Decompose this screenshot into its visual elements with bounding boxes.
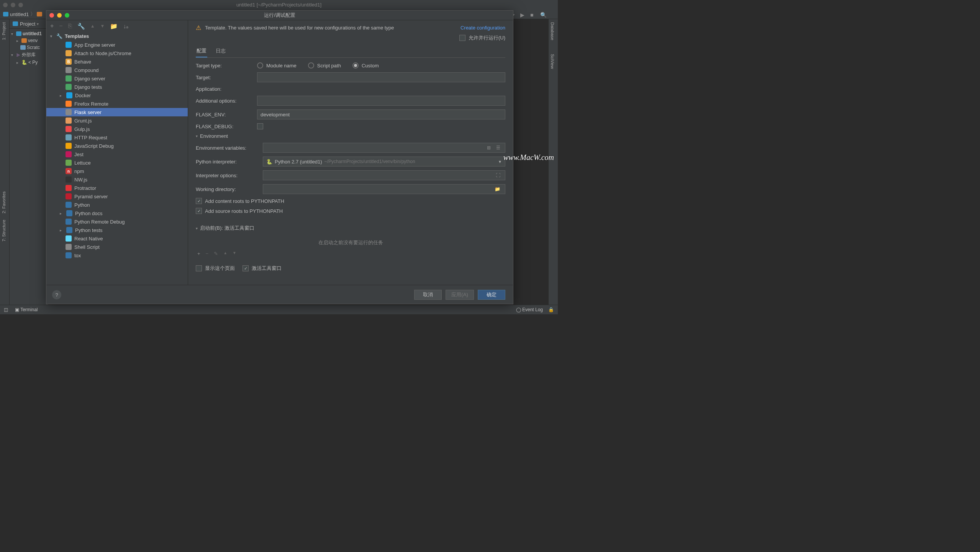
create-configuration-link[interactable]: Create configuration bbox=[461, 25, 505, 31]
radio-module-name[interactable]: Module name bbox=[257, 62, 297, 69]
show-page-checkbox[interactable] bbox=[196, 265, 202, 271]
dialog-window-controls[interactable] bbox=[49, 13, 69, 18]
template-item-behave[interactable]: BBehave bbox=[46, 57, 188, 66]
template-item-app-engine-server[interactable]: App Engine server bbox=[46, 41, 188, 49]
template-item-jest[interactable]: Jest bbox=[46, 150, 188, 158]
move-task-down-button[interactable]: ▼ bbox=[233, 251, 236, 256]
working-dir-input[interactable]: 📁 bbox=[263, 184, 505, 194]
tree-arrow-icon[interactable]: ▸ bbox=[60, 228, 64, 232]
help-button[interactable]: ? bbox=[52, 290, 61, 299]
template-item-compound[interactable]: Compound bbox=[46, 66, 188, 74]
template-item-pyramid-server[interactable]: Pyramid server bbox=[46, 192, 188, 201]
max-dot[interactable] bbox=[18, 3, 23, 7]
tree-item-venv[interactable]: ▸ venv bbox=[10, 37, 48, 44]
close-icon[interactable] bbox=[49, 13, 54, 18]
ok-button[interactable]: 确定 bbox=[478, 290, 505, 300]
template-list[interactable]: ▾ 🔧 Templates App Engine serverAttach to… bbox=[46, 32, 188, 285]
minimize-icon[interactable] bbox=[57, 13, 62, 18]
inline-browse-icon[interactable]: ⊞ bbox=[485, 145, 492, 150]
template-item-grunt-js[interactable]: Grunt.js bbox=[46, 116, 188, 125]
template-item-nw-js[interactable]: NW.js bbox=[46, 175, 188, 184]
move-task-up-button[interactable]: ▲ bbox=[223, 251, 227, 256]
tree-arrow-icon[interactable]: ▾ bbox=[11, 53, 15, 57]
template-item-http-request[interactable]: HTTP Request bbox=[46, 133, 188, 142]
tree-arrow-icon[interactable]: ▸ bbox=[60, 211, 64, 216]
template-item-python-docs[interactable]: ▸Python docs bbox=[46, 209, 188, 217]
show-tool-windows-icon[interactable]: ◫ bbox=[4, 307, 8, 312]
template-item-protractor[interactable]: Protractor bbox=[46, 184, 188, 192]
target-input[interactable] bbox=[257, 72, 505, 82]
apply-button[interactable]: 应用(A) bbox=[446, 290, 474, 300]
interpreter-options-input[interactable]: ⛶ bbox=[263, 170, 505, 180]
edit-config-button[interactable]: 🔧 bbox=[77, 23, 85, 30]
tree-arrow-icon[interactable]: ▸ bbox=[60, 93, 64, 98]
template-item-javascript-debug[interactable]: JavaScript Debug bbox=[46, 142, 188, 150]
chevron-down-icon[interactable]: ▾ bbox=[37, 22, 39, 26]
folder-browse-icon[interactable]: 📁 bbox=[493, 186, 502, 192]
tree-item-scratches[interactable]: Scratc bbox=[10, 44, 48, 51]
project-tool-button[interactable]: 1: Project bbox=[0, 19, 8, 43]
tree-arrow-icon[interactable]: ▾ bbox=[11, 32, 15, 36]
event-log-button[interactable]: ◯ Event Log bbox=[516, 307, 543, 312]
edit-task-button[interactable]: ✎ bbox=[214, 251, 218, 256]
add-task-button[interactable]: + bbox=[197, 251, 200, 256]
window-controls[interactable] bbox=[3, 3, 23, 7]
structure-tool-button[interactable]: 7: Structure bbox=[0, 217, 8, 245]
move-up-button[interactable]: ▲ bbox=[90, 23, 95, 29]
list-icon[interactable]: ☰ bbox=[495, 145, 502, 150]
tree-arrow-icon[interactable]: ▸ bbox=[16, 60, 20, 65]
template-item-gulp-js[interactable]: Gulp.js bbox=[46, 125, 188, 133]
sciview-tool-button[interactable]: SciView bbox=[549, 51, 556, 72]
remove-task-button[interactable]: − bbox=[206, 251, 209, 256]
close-dot[interactable] bbox=[3, 3, 8, 7]
folder-button[interactable]: 📁 bbox=[110, 23, 118, 30]
python-interpreter-dropdown[interactable]: 🐍 Python 2.7 (untitled1) ~/PycharmProjec… bbox=[263, 157, 505, 167]
copy-config-button[interactable]: ⎘ bbox=[68, 23, 72, 29]
cancel-button[interactable]: 取消 bbox=[414, 290, 442, 300]
remove-config-button[interactable]: − bbox=[59, 23, 62, 29]
template-item-npm[interactable]: nnpm bbox=[46, 167, 188, 175]
template-item-flask-server[interactable]: Flask server bbox=[46, 108, 188, 116]
zoom-icon[interactable] bbox=[65, 13, 69, 18]
favorites-tool-button[interactable]: 2: Favorites bbox=[0, 188, 8, 216]
template-item-django-tests[interactable]: Django tests bbox=[46, 83, 188, 91]
radio-script-path[interactable]: Script path bbox=[308, 62, 341, 69]
template-item-python-remote-debug[interactable]: Python Remote Debug bbox=[46, 217, 188, 226]
add-config-button[interactable]: + bbox=[50, 23, 54, 29]
template-item-python[interactable]: Python bbox=[46, 201, 188, 209]
tree-arrow-icon[interactable]: ▸ bbox=[16, 39, 20, 43]
sort-button[interactable]: ↓ₐ bbox=[123, 23, 128, 30]
tree-item-external[interactable]: ▾ ⫸ 外部库 bbox=[10, 51, 48, 59]
allow-parallel-checkbox[interactable] bbox=[459, 35, 465, 41]
activate-window-checkbox[interactable] bbox=[243, 265, 249, 271]
template-item-firefox-remote[interactable]: Firefox Remote bbox=[46, 100, 188, 108]
flask-env-input[interactable] bbox=[257, 109, 505, 119]
expand-icon[interactable]: ⛶ bbox=[494, 173, 502, 178]
project-tree[interactable]: ▾ untitled1 ▸ venv Scratc ▾ ⫸ 外部库 ▸ 🐍 < … bbox=[10, 29, 48, 67]
search-icon[interactable]: 🔍 bbox=[540, 12, 546, 18]
lock-icon[interactable]: 🔒 bbox=[548, 307, 554, 312]
template-item-shell-script[interactable]: Shell Script bbox=[46, 243, 188, 251]
template-item-tox[interactable]: tox bbox=[46, 251, 188, 260]
environment-section-header[interactable]: ▾ Environment bbox=[196, 133, 505, 139]
project-panel-header[interactable]: Project ▾ bbox=[10, 19, 48, 29]
template-item-docker[interactable]: ▸Docker bbox=[46, 91, 188, 100]
template-item-lettuce[interactable]: Lettuce bbox=[46, 158, 188, 167]
tree-item-root[interactable]: ▾ untitled1 bbox=[10, 30, 48, 37]
template-item-attach-to-node-js-chrome[interactable]: Attach to Node.js/Chrome bbox=[46, 49, 188, 57]
template-item-react-native[interactable]: React Native bbox=[46, 234, 188, 243]
env-vars-input[interactable]: ⊞ ☰ bbox=[263, 143, 505, 153]
before-launch-header[interactable]: ▾ 启动前(B): 激活工具窗口 bbox=[196, 225, 505, 232]
templates-node[interactable]: ▾ 🔧 Templates bbox=[46, 32, 188, 41]
breadcrumb[interactable]: untitled1 〉 bbox=[3, 11, 42, 18]
run-icon[interactable]: ▶ bbox=[520, 12, 526, 18]
flask-debug-checkbox[interactable] bbox=[257, 123, 263, 129]
move-down-button[interactable]: ▼ bbox=[100, 23, 105, 29]
add-source-roots-checkbox[interactable] bbox=[196, 208, 202, 214]
database-tool-button[interactable]: Database bbox=[549, 19, 556, 43]
tree-item-python[interactable]: ▸ 🐍 < Py bbox=[10, 59, 48, 66]
tree-arrow-icon[interactable]: ▾ bbox=[50, 34, 54, 38]
chevron-down-icon[interactable]: ▼ bbox=[498, 160, 502, 164]
min-dot[interactable] bbox=[11, 3, 15, 7]
template-item-django-server[interactable]: Django server bbox=[46, 74, 188, 83]
